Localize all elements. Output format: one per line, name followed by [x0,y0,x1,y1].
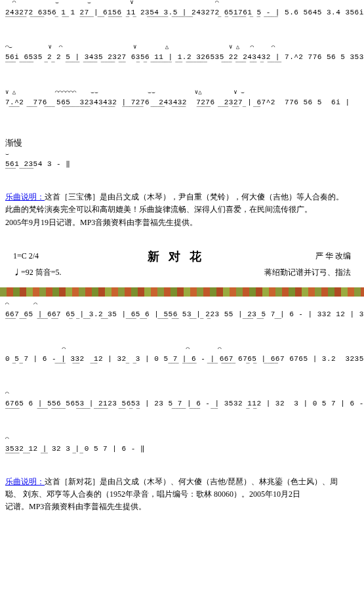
piece-subtitle-block: ♩=92 筒音=5. 蒋绍勤记谱并订弓、指法 [0,266,364,282]
notation-underline: ‾‾‾ ‾‾‾‾ [0,170,364,175]
notation-marks: ⌒⌣ ∨ ⌒ ∨ △ ∨ △ ⌒ ⌒ [0,45,364,51]
piece-title-block: 1=C 2/4 新对花 严 华 改编 [0,245,364,266]
notation-row: 561 2354 3 - ‖ [0,158,364,170]
desc-text: 此曲的梵铃演奏完全可以和高胡媲美！乐曲旋律流畅、深得人们喜爱，在民间流传很广。 [5,205,312,214]
notation-marks: ∨ △ ⌒⌒⌒⌒⌒⌒ ⌣⌣ ⌣⌣ ∨△ ∨ ⌣ [0,90,364,96]
piece-description-1: 乐曲说明：这首［三宝佛］是由吕文成（木琴），尹自重（梵铃），何大傻（吉他）等人合… [0,188,364,232]
arranger-credit: 严 华 改编 [266,251,351,262]
notation-underline: ‾‾‾ ‾‾‾‾ ‾ ‾ ‾‾‾‾ ‾‾‾‾ ‾‾‾‾ ‾‾ ‾ ‾ ‾‾‾‾‾… [0,64,364,69]
notation-marks: ⌒ ⌣ ⌣ ∨ ⌒ [0,0,364,7]
notation-underline: ‾‾‾‾ ‾‾ ‾‾ ‾ ‾ [0,455,364,460]
notation-underline: ‾‾‾ ‾‾ ‾‾‾ ‾‾ ‾ ‾ ‾‾ ‾‾ ‾‾‾ ‾‾ ‾‾‾ ‾‾ ‾‾… [0,320,364,325]
notation-underline: ‾‾‾‾‾‾ ‾‾‾‾ ‾ ‾‾ ‾‾‾‾ ‾‾ ‾‾‾‾ ‾ ‾ ‾‾‾‾‾‾… [0,18,364,24]
desc-text: 这首［三宝佛］是由吕文成（木琴），尹自重（梵铃），何大傻（吉他）等人合奏的。 [45,192,344,201]
notation-underline: ‾ ‾ ‾‾‾ ‾‾ ‾‾ ‾ ‾ ‾‾‾ ‾‾‾‾ ‾‾‾ ‾‾‾‾ ‾ ‾ … [0,365,364,370]
tempo-note: ♩=92 筒音=5. [13,267,62,278]
desc-label: 乐曲说明： [5,192,45,201]
notation-marks: ⌒ [0,391,364,398]
key-signature: 1=C 2/4 [13,251,92,261]
transcriber-credit: 蒋绍勤记谱并订弓、指法 [264,267,351,278]
notation-underline: ‾‾‾ ‾‾‾ ‾‾‾ ‾‾‾‾‾‾‾‾ ‾‾‾‾ ‾‾‾‾‾‾ ‾‾‾‾ ‾‾… [0,108,364,114]
notation-marks: ⌒ ⌒ [0,302,364,308]
desc-text: 聪、 刘东、邓亨等人合奏的（1952年录音，唱片编号：歌林 80060）。200… [5,489,300,499]
notation-marks: ⌒ ⌒ ⌒ [0,346,364,353]
decorative-divider [0,287,364,297]
notation-marks: ⌒ [0,436,364,443]
notation-underline: ‾‾‾‾ ‾‾‾ ‾‾‾‾ ‾‾‾‾ ‾‾‾‾ ‾‾ ‾ ‾ ‾‾‾‾ ‾‾‾ … [0,410,364,415]
desc-text: 这首［新对花］是由吕文成（木琴）、何大傻（吉他/琵琶）、林兆鎏（色士风）、周 [45,477,338,486]
tempo-marking: 渐慢 [0,135,364,152]
desc-text: 记谱。MP3音频资料由李普福先生提供。 [5,502,146,511]
desc-text: 2005年9月19日记谱。MP3音频资料由李普福先生提供。 [5,218,197,227]
desc-label: 乐曲说明： [5,477,45,486]
piece-title: 新对花 [92,249,266,264]
notation-marks: ⌣ [0,152,364,158]
piece-description-2: 乐曲说明：这首［新对花］是由吕文成（木琴）、何大傻（吉他/琵琶）、林兆鎏（色士风… [0,473,364,516]
